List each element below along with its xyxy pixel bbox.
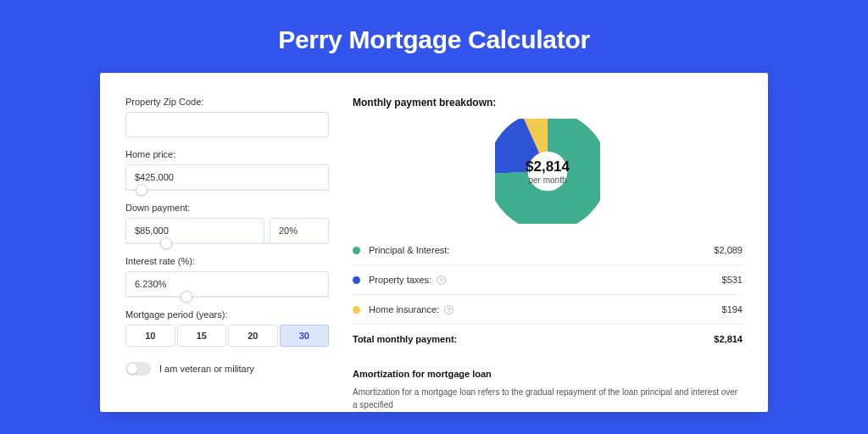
- interest-rate-field: Interest rate (%):: [125, 256, 329, 298]
- donut-sub: per month: [528, 175, 566, 185]
- period-option-30[interactable]: 30: [280, 325, 330, 347]
- donut-center: $2,814 per month: [495, 119, 600, 224]
- interest-rate-slider-thumb[interactable]: [181, 291, 192, 303]
- total-value: $2,814: [714, 334, 743, 344]
- calculator-panel: Property Zip Code: Home price: Down paym…: [100, 73, 768, 412]
- info-icon[interactable]: ?: [444, 305, 453, 314]
- down-payment-slider-thumb[interactable]: [160, 237, 172, 249]
- breakdown-column: Monthly payment breakdown: $2,814 per mo…: [353, 97, 743, 388]
- legend-row-taxes: Property taxes:?$531: [353, 265, 743, 295]
- veteran-toggle-row: I am veteran or military: [125, 362, 329, 376]
- total-label: Total monthly payment:: [353, 334, 714, 344]
- legend-dot-icon: [353, 276, 360, 284]
- mortgage-period-segmented: 10152030: [125, 325, 329, 347]
- down-payment-field: Down payment:: [125, 203, 329, 244]
- zip-label: Property Zip Code:: [125, 97, 329, 107]
- legend-dot-icon: [353, 247, 360, 254]
- mortgage-period-field: Mortgage period (years): 10152030: [125, 309, 329, 347]
- period-option-15[interactable]: 15: [177, 325, 227, 347]
- zip-field: Property Zip Code:: [125, 97, 329, 137]
- legend-value: $2,089: [714, 245, 743, 255]
- legend-label: Principal & Interest:: [369, 245, 714, 255]
- down-payment-label: Down payment:: [125, 203, 329, 213]
- down-payment-slider[interactable]: [125, 242, 329, 244]
- home-price-field: Home price:: [125, 149, 329, 191]
- home-price-input[interactable]: [125, 164, 329, 190]
- breakdown-title: Monthly payment breakdown:: [353, 97, 743, 108]
- toggle-knob: [127, 364, 137, 374]
- amortization-title: Amortization for mortgage loan: [353, 369, 743, 379]
- down-payment-amount-input[interactable]: [125, 218, 264, 243]
- veteran-toggle-label: I am veteran or military: [159, 364, 254, 374]
- info-icon[interactable]: ?: [437, 275, 446, 285]
- legend-row-pi: Principal & Interest:$2,089: [353, 236, 743, 265]
- home-price-slider-thumb[interactable]: [136, 184, 147, 196]
- period-option-20[interactable]: 20: [228, 325, 278, 347]
- zip-input[interactable]: [125, 112, 329, 137]
- interest-rate-slider[interactable]: [125, 296, 329, 298]
- donut-amount: $2,814: [526, 159, 570, 175]
- legend-value: $194: [722, 304, 743, 314]
- legend-dot-icon: [353, 306, 360, 314]
- donut-chart: $2,814 per month: [495, 119, 600, 224]
- period-option-10[interactable]: 10: [125, 325, 175, 347]
- donut-chart-wrap: $2,814 per month: [353, 119, 743, 224]
- down-payment-pct-input[interactable]: [270, 218, 329, 243]
- home-price-label: Home price:: [125, 149, 329, 159]
- interest-rate-label: Interest rate (%):: [125, 256, 329, 266]
- legend-row-insurance: Home insurance:?$194: [353, 295, 743, 325]
- legend-label: Home insurance:?: [369, 304, 722, 314]
- amortization-body: Amortization for a mortgage loan refers …: [353, 386, 743, 411]
- interest-rate-input[interactable]: [125, 271, 329, 297]
- mortgage-period-label: Mortgage period (years):: [125, 309, 329, 320]
- legend-label: Property taxes:?: [369, 275, 722, 285]
- page-title: Perry Mortgage Calculator: [278, 25, 590, 54]
- legend-list: Principal & Interest:$2,089Property taxe…: [353, 236, 743, 325]
- inputs-column: Property Zip Code: Home price: Down paym…: [125, 97, 329, 388]
- veteran-toggle[interactable]: [125, 362, 151, 376]
- home-price-slider[interactable]: [125, 189, 329, 191]
- legend-value: $531: [722, 275, 743, 285]
- total-row: Total monthly payment: $2,814: [353, 325, 743, 353]
